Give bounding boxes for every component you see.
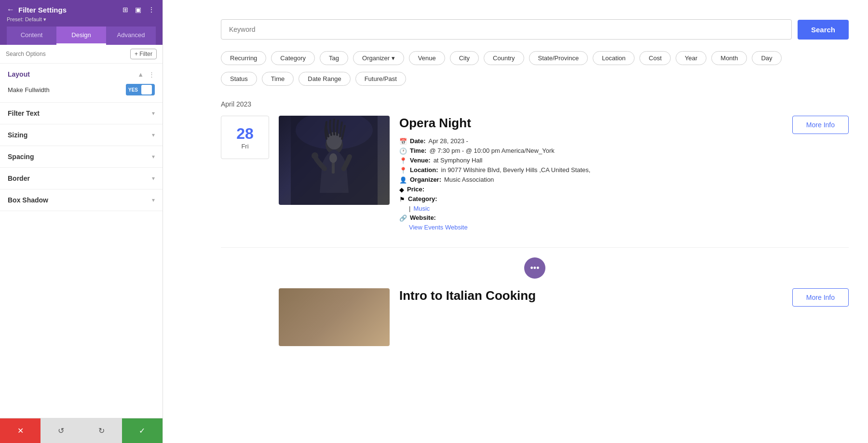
undo-button[interactable]: ↺ xyxy=(41,418,81,443)
event-image-opera xyxy=(279,116,390,205)
sidebar-action-icons: ⊞ ▣ ⋮ xyxy=(122,5,156,14)
more-info-button-opera[interactable]: More Info xyxy=(792,116,849,134)
layout-section-title: Layout xyxy=(8,70,30,78)
venue-pin-icon: 📍 xyxy=(399,157,407,164)
event-title-opera: Opera Night xyxy=(399,116,767,131)
organizer-label: Organizer: xyxy=(410,176,441,183)
filter-tag-month[interactable]: Month xyxy=(711,51,747,65)
filter-tag-time[interactable]: Time xyxy=(262,72,294,86)
filter-tags-row1: Recurring Category Tag Organizer ▾ Venue… xyxy=(221,51,849,65)
filter-tag-category[interactable]: Category xyxy=(271,51,315,65)
svg-point-5 xyxy=(312,152,318,159)
confirm-button[interactable]: ✓ xyxy=(122,418,163,443)
add-filter-button[interactable]: + Filter xyxy=(130,49,157,59)
sidebar-search-bar: + Filter xyxy=(0,45,163,64)
layout-up-icon[interactable]: ▲ xyxy=(137,71,144,78)
website-label: Website: xyxy=(410,214,436,221)
tab-content[interactable]: Content xyxy=(7,27,56,45)
filter-text-chevron: ▾ xyxy=(152,110,155,117)
event-meta-website-link: View Events Website xyxy=(399,224,767,231)
filter-tag-status[interactable]: Status xyxy=(221,72,257,86)
clock-icon: 🕐 xyxy=(399,148,407,155)
event-meta-category-value: | Music xyxy=(399,205,767,212)
dots-separator: ••• xyxy=(221,257,849,279)
category-link[interactable]: Music xyxy=(413,205,430,212)
filter-tag-date-range[interactable]: Date Range xyxy=(298,72,350,86)
filter-tag-location[interactable]: Location xyxy=(593,51,635,65)
event-image-bg xyxy=(279,116,390,205)
sidebar: ← Filter Settings ⊞ ▣ ⋮ Preset: Default … xyxy=(0,0,163,443)
make-fullwidth-label: Make Fullwidth xyxy=(8,86,50,94)
search-bar-row: Search xyxy=(221,19,849,40)
sizing-chevron: ▾ xyxy=(152,132,155,138)
sizing-label: Sizing xyxy=(8,131,27,139)
filter-tag-future-past[interactable]: Future/Past xyxy=(355,72,406,86)
filter-text-section[interactable]: Filter Text ▾ xyxy=(0,103,163,124)
search-button[interactable]: Search xyxy=(798,20,849,40)
panels-icon-button[interactable]: ▣ xyxy=(134,5,142,14)
sidebar-sections: Layout ▲ ⋮ Make Fullwidth YES Filter Tex… xyxy=(0,64,163,418)
filter-text-label: Filter Text xyxy=(8,109,40,117)
search-options-input[interactable] xyxy=(6,51,127,57)
box-shadow-section[interactable]: Box Shadow ▾ xyxy=(0,189,163,211)
filter-tag-country[interactable]: Country xyxy=(484,51,524,65)
target-icon-button[interactable]: ⊞ xyxy=(122,5,129,14)
website-link-icon: 🔗 xyxy=(399,215,407,222)
month-label: April 2023 xyxy=(221,100,849,108)
event-title-italian: Intro to Italian Cooking xyxy=(399,288,767,303)
layout-section-header: Layout ▲ ⋮ xyxy=(8,70,155,78)
toggle-knob xyxy=(141,85,152,94)
event-image-italian xyxy=(279,288,390,346)
preset-label[interactable]: Preset: Default ▾ xyxy=(7,16,156,23)
filter-tag-year[interactable]: Year xyxy=(676,51,706,65)
organizer-person-icon: 👤 xyxy=(399,176,407,184)
dots-menu-button[interactable]: ⋮ xyxy=(147,5,156,14)
border-section[interactable]: Border ▾ xyxy=(0,168,163,189)
filter-tag-organizer[interactable]: Organizer ▾ xyxy=(353,51,404,65)
redo-button[interactable]: ↻ xyxy=(81,418,122,443)
layout-options-icon[interactable]: ⋮ xyxy=(149,71,155,78)
toggle-yes-label: YES xyxy=(126,84,140,95)
sizing-section[interactable]: Sizing ▾ xyxy=(0,124,163,146)
event-meta-website: 🔗 Website: xyxy=(399,214,767,222)
event-card-italian-cooking: Intro to Italian Cooking More Info xyxy=(221,288,849,346)
filter-tag-state-province[interactable]: State/Province xyxy=(529,51,588,65)
calendar-icon: 📅 xyxy=(399,138,407,145)
layout-section: Layout ▲ ⋮ Make Fullwidth YES xyxy=(0,64,163,103)
price-diamond-icon: ◆ xyxy=(399,186,404,193)
filter-tag-day[interactable]: Day xyxy=(752,51,781,65)
location-value: in 9077 Wilshire Blvd, Beverly Hills ,CA… xyxy=(441,166,591,174)
time-label: Time: xyxy=(410,147,426,154)
filter-tag-recurring[interactable]: Recurring xyxy=(221,51,266,65)
back-arrow-icon[interactable]: ← xyxy=(7,5,14,14)
filter-tag-city[interactable]: City xyxy=(450,51,479,65)
event-meta-venue: 📍 Venue: at Symphony Hall xyxy=(399,157,767,164)
main-content: Search Recurring Category Tag Organizer … xyxy=(163,0,868,443)
venue-label: Venue: xyxy=(410,157,431,164)
border-chevron: ▾ xyxy=(152,175,155,182)
filter-tags-row2: Status Time Date Range Future/Past xyxy=(221,72,849,86)
price-label: Price: xyxy=(407,186,424,193)
tab-advanced[interactable]: Advanced xyxy=(106,27,156,45)
more-info-button-italian[interactable]: More Info xyxy=(792,288,849,307)
date-value: Apr 28, 2023 - xyxy=(429,137,468,145)
sidebar-title-row: ← Filter Settings xyxy=(7,5,67,14)
filter-tag-cost[interactable]: Cost xyxy=(639,51,671,65)
organizer-value: Music Association xyxy=(444,176,494,183)
keyword-input[interactable] xyxy=(221,19,792,40)
spacing-section[interactable]: Spacing ▾ xyxy=(0,146,163,168)
sidebar-tabs: Content Design Advanced xyxy=(7,27,156,45)
fullwidth-toggle[interactable]: YES xyxy=(126,84,155,95)
box-shadow-chevron: ▾ xyxy=(152,197,155,203)
filter-tag-tag[interactable]: Tag xyxy=(320,51,348,65)
tab-design[interactable]: Design xyxy=(56,27,106,45)
layout-header-icons: ▲ ⋮ xyxy=(137,71,155,78)
website-link[interactable]: View Events Website xyxy=(409,224,468,231)
spacing-label: Spacing xyxy=(8,153,34,161)
event-meta-price: ◆ Price: xyxy=(399,186,767,193)
filter-tag-venue[interactable]: Venue xyxy=(409,51,445,65)
dots-expand-button[interactable]: ••• xyxy=(524,257,545,279)
cancel-button[interactable]: ✕ xyxy=(0,418,41,443)
svg-point-4 xyxy=(329,153,337,163)
venue-value: at Symphony Hall xyxy=(434,157,483,164)
